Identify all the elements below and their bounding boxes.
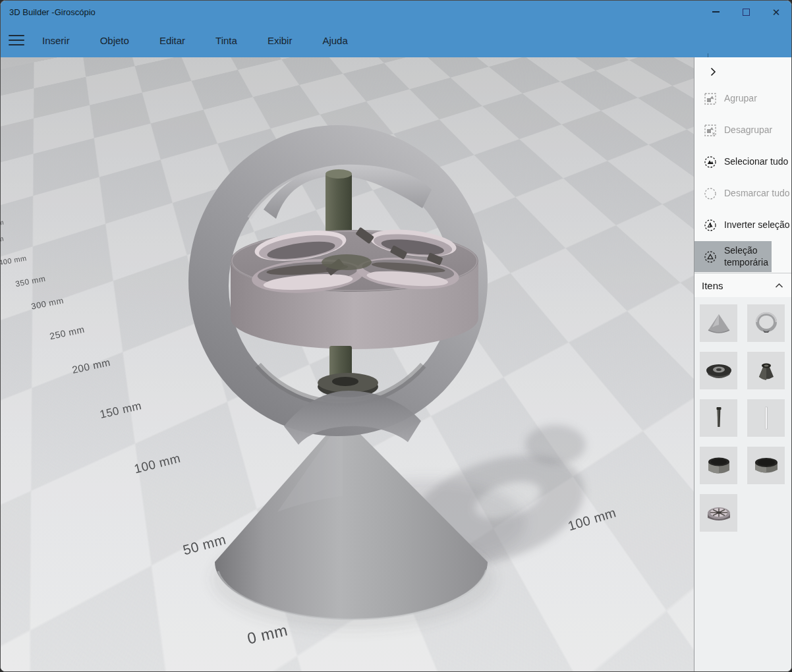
invert-selection-icon <box>704 219 717 232</box>
chevron-up-icon <box>775 283 783 289</box>
menubar: InserirObjetoEditarTintaExibirAjuda Impr… <box>1 23 791 57</box>
titlebar[interactable]: 3D Builder -Giroscópio ✕ <box>1 1 791 23</box>
item-thumbnail-flywheel-disc[interactable] <box>700 352 737 389</box>
app-window: 3D Builder -Giroscópio ✕ InserirObjetoEd… <box>0 0 792 672</box>
group-icon <box>704 92 717 105</box>
panel-expand-button[interactable] <box>704 63 722 81</box>
flywheel <box>231 225 478 349</box>
hamburger-menu-button[interactable] <box>1 23 32 57</box>
tool-ungroup: Desagrupar <box>694 115 792 146</box>
flywheel-hub <box>322 254 372 270</box>
item-thumbnail-axle-light[interactable] <box>747 399 785 437</box>
temp-selection-icon <box>704 250 717 264</box>
axle-lower <box>318 346 378 397</box>
window-header: 3D Builder -Giroscópio ✕ InserirObjetoEd… <box>1 1 791 57</box>
item-thumbnail-hub-cone[interactable] <box>747 352 785 389</box>
menu-item-inserir[interactable]: Inserir <box>32 23 85 57</box>
menu-item-editar[interactable]: Editar <box>144 23 200 57</box>
items-header: Itens <box>694 273 792 297</box>
item-thumbnail-cone-base[interactable] <box>700 304 737 342</box>
menu-item-tinta[interactable]: Tinta <box>200 23 252 57</box>
maximize-button[interactable] <box>731 1 761 23</box>
ungroup-icon <box>704 124 717 137</box>
items-title: Itens <box>702 280 723 291</box>
item-thumbnail-axle-dark[interactable] <box>700 399 737 437</box>
tool-invert-selection[interactable]: Inverter seleção <box>694 210 792 241</box>
select-none-icon <box>704 187 717 200</box>
menu-item-exibir[interactable]: Exibir <box>252 23 308 57</box>
gyroscope-model[interactable] <box>1 57 694 671</box>
maximize-icon <box>743 9 750 16</box>
tool-label: Desmarcar tudo <box>724 188 790 199</box>
item-thumbnail-cylinder-cup-2[interactable] <box>747 447 785 484</box>
window-title: 3D Builder -Giroscópio <box>9 7 96 17</box>
item-thumbnail-gyro-wheel[interactable] <box>700 494 737 532</box>
tool-temp-selection[interactable]: Seleção temporária <box>694 241 772 272</box>
tool-group: Agrupar <box>694 83 792 115</box>
menu-item-ajuda[interactable]: Ajuda <box>307 23 362 57</box>
side-panel: AgruparDesagruparSelecionar tudoDesmarca… <box>694 57 792 671</box>
tool-label: Desagrupar <box>724 125 772 136</box>
tool-label: Selecionar tudo <box>724 156 788 167</box>
tool-select-none: Desmarcar tudo <box>694 178 792 210</box>
minimize-icon <box>712 11 720 13</box>
tool-label: Seleção temporária <box>724 245 772 267</box>
tool-label: Inverter seleção <box>724 219 790 231</box>
items-collapse-button[interactable] <box>773 279 785 291</box>
item-thumbnail-gimbal-ring[interactable] <box>747 304 785 342</box>
close-icon: ✕ <box>772 7 781 17</box>
select-all-icon <box>704 155 717 169</box>
items-grid <box>700 304 788 532</box>
viewport-3d[interactable]: 500 mm450 mm400 mm350 mm300 mm250 mm200 … <box>1 57 694 671</box>
menu-items: InserirObjetoEditarTintaExibirAjuda <box>32 23 363 57</box>
item-thumbnail-cylinder-cup-1[interactable] <box>700 447 737 484</box>
menu-item-objeto[interactable]: Objeto <box>85 23 144 57</box>
chevron-right-icon <box>708 67 718 76</box>
close-button[interactable]: ✕ <box>761 1 791 23</box>
tool-label: Agrupar <box>724 93 757 104</box>
selection-tools-list: AgruparDesagruparSelecionar tudoDesmarca… <box>694 83 792 272</box>
tool-select-all[interactable]: Selecionar tudo <box>694 146 792 178</box>
minimize-button[interactable] <box>700 1 731 23</box>
